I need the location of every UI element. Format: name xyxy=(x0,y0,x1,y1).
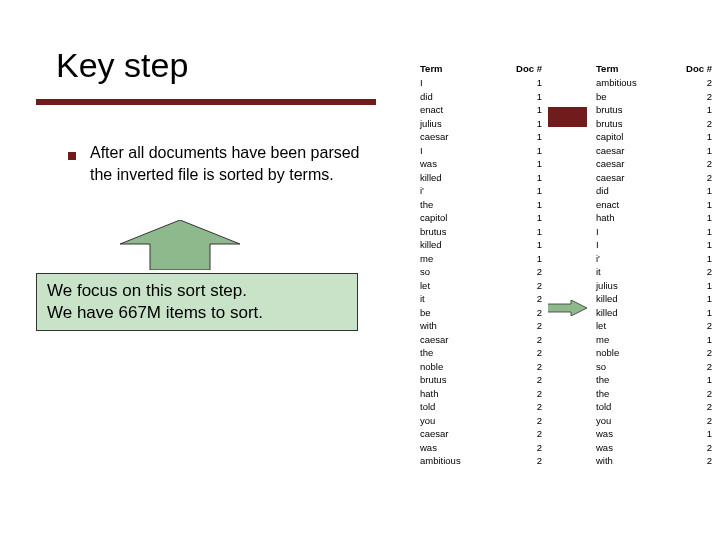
cell-term: the xyxy=(418,346,499,359)
cell-doc: 1 xyxy=(671,130,718,143)
cell-term: I xyxy=(418,144,499,157)
cell-term: capitol xyxy=(594,130,671,143)
cell-term: brutus xyxy=(418,225,499,238)
table-row: let2 xyxy=(418,279,548,292)
cell-doc: 1 xyxy=(499,225,548,238)
cell-doc: 1 xyxy=(671,198,718,211)
cell-term: me xyxy=(418,252,499,265)
cell-term: brutus xyxy=(418,373,499,386)
cell-doc: 1 xyxy=(499,103,548,116)
cell-doc: 1 xyxy=(671,306,718,319)
slide-title: Key step xyxy=(56,46,188,85)
title-underline xyxy=(36,99,376,105)
cell-doc: 1 xyxy=(671,144,718,157)
cell-term: I xyxy=(418,76,499,89)
cell-term: it xyxy=(594,265,671,278)
table-row: brutus1 xyxy=(594,103,718,116)
table-row: julius1 xyxy=(594,279,718,292)
cell-term: with xyxy=(418,319,499,332)
cell-doc: 1 xyxy=(499,157,548,170)
header-doc: Doc # xyxy=(671,62,718,75)
table-row: was2 xyxy=(594,441,718,454)
cell-term: it xyxy=(418,292,499,305)
table-row: you2 xyxy=(418,414,548,427)
cell-doc: 2 xyxy=(671,360,718,373)
cell-term: killed xyxy=(418,171,499,184)
table-row: noble2 xyxy=(594,346,718,359)
right-table: Term Doc # ambitious2be2brutus1brutus2ca… xyxy=(594,62,718,468)
callout-line: We focus on this sort step. xyxy=(47,280,347,302)
table-row: brutus2 xyxy=(418,373,548,386)
table-row: told2 xyxy=(594,400,718,413)
cell-doc: 1 xyxy=(671,427,718,440)
cell-doc: 2 xyxy=(671,454,718,467)
table-row: be2 xyxy=(418,306,548,319)
cell-term: noble xyxy=(594,346,671,359)
cell-term: me xyxy=(594,333,671,346)
cell-term: so xyxy=(418,265,499,278)
red-block xyxy=(545,107,587,127)
cell-doc: 2 xyxy=(499,427,548,440)
cell-term: with xyxy=(594,454,671,467)
cell-doc: 2 xyxy=(671,400,718,413)
bullet-icon xyxy=(68,152,76,160)
table-row: caesar2 xyxy=(418,427,548,440)
cell-term: told xyxy=(594,400,671,413)
table-row: caesar2 xyxy=(418,333,548,346)
table-body: ambitious2be2brutus1brutus2capitol1caesa… xyxy=(594,76,718,467)
header-term: Term xyxy=(418,62,499,75)
cell-term: julius xyxy=(418,117,499,130)
table-row: did1 xyxy=(418,90,548,103)
cell-term: I xyxy=(594,225,671,238)
cell-doc: 1 xyxy=(499,198,548,211)
header-term: Term xyxy=(594,62,671,75)
cell-doc: 1 xyxy=(499,144,548,157)
cell-term: be xyxy=(418,306,499,319)
cell-doc: 2 xyxy=(671,346,718,359)
table-row: let2 xyxy=(594,319,718,332)
cell-doc: 2 xyxy=(499,414,548,427)
cell-doc: 1 xyxy=(671,211,718,224)
cell-term: was xyxy=(594,441,671,454)
table-row: be2 xyxy=(594,90,718,103)
cell-doc: 2 xyxy=(671,414,718,427)
cell-doc: 1 xyxy=(671,373,718,386)
table-row: killed1 xyxy=(418,171,548,184)
cell-doc: 1 xyxy=(499,238,548,251)
left-table: Term Doc # I1did1enact1julius1caesar1I1w… xyxy=(418,62,548,468)
table-row: julius1 xyxy=(418,117,548,130)
table-row: hath1 xyxy=(594,211,718,224)
cell-doc: 2 xyxy=(671,441,718,454)
table-row: enact1 xyxy=(418,103,548,116)
cell-doc: 1 xyxy=(671,238,718,251)
table-row: enact1 xyxy=(594,198,718,211)
cell-term: killed xyxy=(594,292,671,305)
cell-doc: 2 xyxy=(499,373,548,386)
table-row: killed1 xyxy=(594,292,718,305)
cell-doc: 2 xyxy=(671,157,718,170)
table-row: hath2 xyxy=(418,387,548,400)
cell-doc: 1 xyxy=(671,184,718,197)
cell-term: caesar xyxy=(418,130,499,143)
cell-term: i' xyxy=(418,184,499,197)
cell-term: enact xyxy=(594,198,671,211)
table-row: caesar1 xyxy=(594,144,718,157)
cell-doc: 2 xyxy=(671,117,718,130)
table-row: caesar2 xyxy=(594,171,718,184)
cell-doc: 1 xyxy=(499,252,548,265)
cell-term: did xyxy=(418,90,499,103)
cell-doc: 2 xyxy=(499,360,548,373)
cell-doc: 2 xyxy=(671,387,718,400)
cell-term: caesar xyxy=(418,427,499,440)
cell-term: you xyxy=(418,414,499,427)
cell-doc: 1 xyxy=(671,279,718,292)
table-body: I1did1enact1julius1caesar1I1was1killed1i… xyxy=(418,76,548,467)
table-row: killed1 xyxy=(594,306,718,319)
table-row: me1 xyxy=(418,252,548,265)
cell-term: the xyxy=(594,373,671,386)
cell-doc: 2 xyxy=(671,76,718,89)
cell-doc: 1 xyxy=(499,130,548,143)
table-row: caesar1 xyxy=(418,130,548,143)
cell-doc: 1 xyxy=(499,117,548,130)
cell-term: let xyxy=(418,279,499,292)
